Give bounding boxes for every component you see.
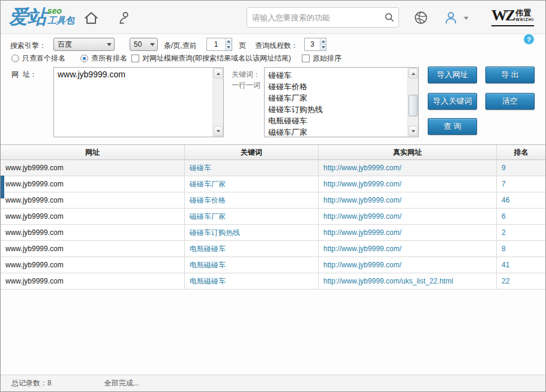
radio-first-rank-only[interactable]: 只查首个排名 bbox=[11, 53, 65, 64]
column-header-keyword[interactable]: 关键词 bbox=[185, 145, 319, 159]
row-rank: 41 bbox=[497, 257, 545, 273]
column-header-rank[interactable]: 排名 bbox=[497, 145, 545, 159]
pages-input[interactable] bbox=[207, 38, 225, 50]
keywords-textarea[interactable]: 碰碰车 碰碰车价格 碰碰车厂家 碰碰车订购热线 电瓶碰碰车 磁碰车厂家 bbox=[265, 68, 408, 137]
row-keyword-link[interactable]: 碰碰车厂家 bbox=[185, 176, 319, 192]
stepper-up-icon[interactable] bbox=[226, 38, 232, 44]
scroll-up-icon[interactable] bbox=[412, 73, 415, 75]
scroll-down-icon[interactable] bbox=[217, 130, 220, 132]
url-textarea[interactable]: www.jyb9999.com bbox=[54, 68, 213, 137]
row-keyword-link[interactable]: 碰碰车 bbox=[185, 160, 319, 176]
help-icon[interactable]: ? bbox=[524, 34, 534, 44]
threads-label: 查询线程数： bbox=[255, 41, 298, 51]
threads-stepper bbox=[304, 38, 326, 51]
url-scrollbar[interactable] bbox=[212, 68, 223, 137]
row-url: www.jyb9999.com bbox=[1, 273, 185, 289]
table-header: 网址 关键词 真实网址 排名 bbox=[1, 144, 545, 160]
account-dropdown-caret-icon[interactable] bbox=[464, 17, 469, 20]
chevron-down-icon bbox=[107, 43, 112, 46]
total-records-text: 总记录数：8 bbox=[11, 378, 52, 388]
row-real-url-link[interactable]: http://www.jyb9999.com/ bbox=[319, 160, 497, 176]
row-rank: 46 bbox=[497, 192, 545, 208]
stepper-down-icon[interactable] bbox=[320, 44, 326, 51]
threads-input[interactable] bbox=[305, 38, 320, 50]
side-panel-handle[interactable] bbox=[1, 176, 4, 198]
scrollbar-thumb[interactable] bbox=[409, 95, 418, 116]
brand-wz-text: WZ bbox=[491, 8, 514, 23]
row-rank: 6 bbox=[497, 209, 545, 224]
page-size-value: 50 bbox=[130, 40, 147, 49]
scroll-down-icon[interactable] bbox=[412, 130, 415, 132]
search-icon[interactable] bbox=[380, 8, 398, 27]
row-real-url-link[interactable]: http://www.jyb9999.com/ bbox=[319, 192, 497, 208]
row-rank: 8 bbox=[497, 241, 545, 257]
checkbox-original-order[interactable]: 原始排序 bbox=[302, 53, 341, 64]
import-urls-button[interactable]: 导入网址 bbox=[428, 67, 477, 83]
row-rank: 9 bbox=[497, 160, 545, 176]
pages-suffix-label: 页 bbox=[239, 41, 246, 51]
search-engine-value: 百度 bbox=[54, 40, 104, 50]
brand-cn-text: 伟置 bbox=[515, 9, 534, 17]
row-rank: 2 bbox=[497, 225, 545, 240]
search-engine-select[interactable]: 百度 bbox=[53, 38, 115, 51]
home-icon[interactable] bbox=[83, 10, 99, 26]
results-table: 网址 关键词 真实网址 排名 www.jyb9999.com 碰碰车 http:… bbox=[1, 144, 545, 290]
row-keyword-link[interactable]: 电瓶碰碰车 bbox=[185, 241, 319, 257]
table-row[interactable]: www.jyb9999.com 碰碰车订购热线 http://www.jyb99… bbox=[1, 225, 545, 241]
radio-all-ranks[interactable]: 查所有排名 bbox=[80, 53, 127, 64]
table-row[interactable]: www.jyb9999.com 碰碰车价格 http://www.jyb9999… bbox=[1, 192, 545, 209]
row-real-url-link[interactable]: http://www.jyb9999.com/ bbox=[319, 241, 497, 257]
stepper-down-icon[interactable] bbox=[226, 44, 232, 51]
row-keyword-link[interactable]: 碰碰车价格 bbox=[185, 192, 319, 208]
table-row[interactable]: www.jyb9999.com 磁碰车厂家 http://www.jyb9999… bbox=[1, 209, 545, 225]
member-icon[interactable] bbox=[116, 10, 132, 26]
brand-en-text: WEIZHI bbox=[515, 17, 534, 22]
table-row[interactable]: www.jyb9999.com 碰碰车 http://www.jyb9999.c… bbox=[1, 160, 545, 176]
stepper-up-icon[interactable] bbox=[320, 38, 326, 44]
clear-button[interactable]: 清空 bbox=[485, 93, 535, 110]
row-keyword-link[interactable]: 电瓶磁碰车 bbox=[185, 273, 319, 289]
checkbox-fuzzy-url-label: 对网址模糊查询(即搜索结果域名以该网址结尾) bbox=[142, 53, 291, 64]
keywords-sublabel: 一行一词 bbox=[232, 80, 260, 91]
table-row[interactable]: www.jyb9999.com 电瓶碰碰车 http://www.jyb9999… bbox=[1, 241, 545, 257]
table-row[interactable]: www.jyb9999.com 电瓶磁碰车 http://www.jyb9999… bbox=[1, 257, 545, 273]
row-url: www.jyb9999.com bbox=[1, 192, 185, 208]
account-icon[interactable] bbox=[443, 10, 458, 25]
import-keywords-button[interactable]: 导入关键词 bbox=[428, 93, 477, 110]
row-real-url-link[interactable]: http://www.jyb9999.com/ bbox=[319, 209, 497, 224]
radio-all-ranks-label: 查所有排名 bbox=[91, 53, 127, 64]
row-keyword-link[interactable]: 电瓶磁碰车 bbox=[185, 257, 319, 273]
checkbox-original-order-label: 原始排序 bbox=[313, 53, 341, 64]
row-rank: 7 bbox=[497, 176, 545, 192]
page-size-select[interactable]: 50 bbox=[130, 38, 158, 51]
app-logo: 爱站 seo 工具包 bbox=[9, 5, 74, 28]
keywords-scrollbar[interactable] bbox=[407, 68, 418, 137]
export-button[interactable]: 导 出 bbox=[485, 67, 535, 83]
row-keyword-link[interactable]: 碰碰车订购热线 bbox=[185, 225, 319, 240]
radio-first-rank-label: 只查首个排名 bbox=[22, 53, 65, 64]
table-body: www.jyb9999.com 碰碰车 http://www.jyb9999.c… bbox=[1, 160, 545, 290]
row-url: www.jyb9999.com bbox=[1, 160, 185, 176]
column-header-real-url[interactable]: 真实网址 bbox=[319, 145, 497, 159]
per-page-label: 条/页,查前 bbox=[164, 41, 197, 51]
search-input[interactable] bbox=[247, 13, 380, 22]
scroll-up-icon[interactable] bbox=[217, 73, 220, 75]
column-header-url[interactable]: 网址 bbox=[1, 145, 185, 159]
row-real-url-link[interactable]: http://www.jyb9999.com/ bbox=[319, 257, 497, 273]
globe-icon[interactable] bbox=[413, 10, 428, 25]
row-real-url-link[interactable]: http://www.jyb9999.com/uks_list_22.html bbox=[319, 273, 497, 289]
row-url: www.jyb9999.com bbox=[1, 176, 185, 192]
logo-seo-text: seo bbox=[47, 7, 74, 15]
query-button[interactable]: 查 询 bbox=[428, 118, 477, 135]
row-url: www.jyb9999.com bbox=[1, 209, 185, 224]
row-real-url-link[interactable]: http://www.jyb9999.com/ bbox=[319, 225, 497, 240]
weizhi-brand-logo: WZ 伟置 WEIZHI bbox=[491, 8, 534, 26]
checkbox-fuzzy-url[interactable]: 对网址模糊查询(即搜索结果域名以该网址结尾) bbox=[131, 53, 291, 64]
table-row[interactable]: www.jyb9999.com 碰碰车厂家 http://www.jyb9999… bbox=[1, 176, 545, 192]
table-row[interactable]: www.jyb9999.com 电瓶磁碰车 http://www.jyb9999… bbox=[1, 273, 545, 290]
row-real-url-link[interactable]: http://www.jyb9999.com/ bbox=[319, 176, 497, 192]
status-message: 全部完成... bbox=[104, 378, 139, 388]
search-engine-label: 搜索引擎： bbox=[10, 41, 46, 51]
row-url: www.jyb9999.com bbox=[1, 241, 185, 257]
row-keyword-link[interactable]: 磁碰车厂家 bbox=[185, 209, 319, 224]
